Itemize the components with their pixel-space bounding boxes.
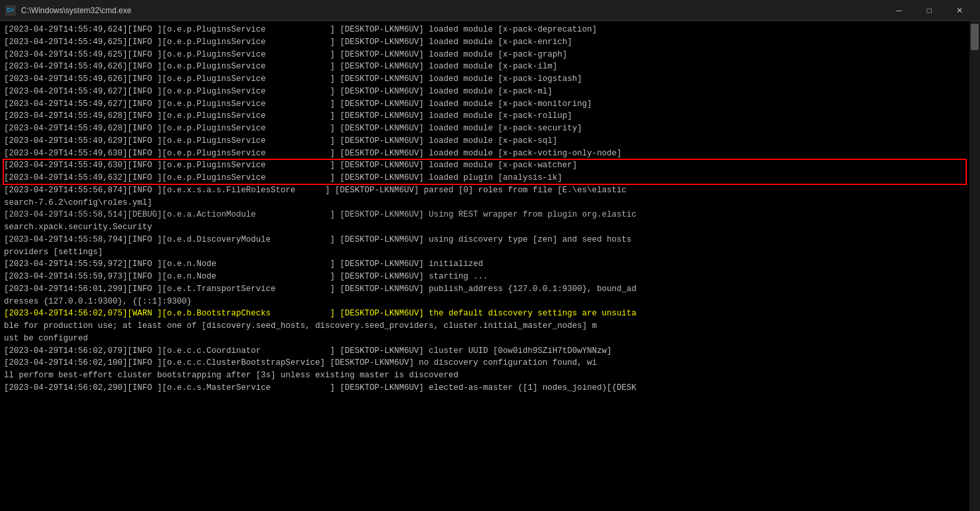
- log-line: [2023-04-29T14:55:58,514][DEBUG][o.e.a.A…: [4, 209, 966, 221]
- log-line: [2023-04-29T14:55:49,625][INFO ][o.e.p.P…: [4, 36, 966, 49]
- log-line: providers [settings]: [4, 246, 966, 259]
- log-line: search.xpack.security.Security: [4, 221, 966, 234]
- log-line: [2023-04-29T14:55:49,628][INFO ][o.e.p.P…: [4, 110, 966, 122]
- cmd-icon: C>: [5, 5, 16, 16]
- terminal-body: [2023-04-29T14:55:49,624][INFO ][o.e.p.P…: [0, 21, 980, 511]
- window-controls: ─ □ ✕: [884, 0, 975, 21]
- log-line: [2023-04-29T14:55:49,630][INFO ][o.e.p.P…: [4, 159, 966, 172]
- terminal-content[interactable]: [2023-04-29T14:55:49,624][INFO ][o.e.p.P…: [0, 21, 969, 511]
- log-line: [2023-04-29T14:55:58,794][INFO ][o.e.d.D…: [4, 234, 966, 246]
- title-bar: C> C:\Windows\system32\cmd.exe ─ □ ✕: [0, 0, 980, 21]
- log-line: [2023-04-29T14:55:56,874][INFO ][o.e.x.s…: [4, 184, 966, 197]
- log-line: ll perform best-effort cluster bootstrap…: [4, 369, 966, 382]
- maximize-button[interactable]: □: [914, 0, 944, 21]
- log-line: dresses {127.0.0.1:9300}, {[::1]:9300}: [4, 296, 966, 308]
- log-line: [2023-04-29T14:55:49,626][INFO ][o.e.p.P…: [4, 73, 966, 86]
- log-line: search-7.6.2\config\roles.yml]: [4, 197, 966, 209]
- log-line: [2023-04-29T14:55:49,626][INFO ][o.e.p.P…: [4, 61, 966, 73]
- log-line: [2023-04-29T14:55:49,629][INFO ][o.e.p.P…: [4, 135, 966, 148]
- log-line: [2023-04-29T14:56:02,079][INFO ][o.e.c.c…: [4, 345, 966, 358]
- log-line: [2023-04-29T14:55:49,630][INFO ][o.e.p.P…: [4, 148, 966, 160]
- log-line: [2023-04-29T14:56:02,100][INFO ][o.e.c.c…: [4, 357, 966, 369]
- log-line: [2023-04-29T14:55:59,972][INFO ][o.e.n.N…: [4, 258, 966, 271]
- log-line: [2023-04-29T14:55:49,627][INFO ][o.e.p.P…: [4, 86, 966, 98]
- window-title: C:\Windows\system32\cmd.exe: [21, 6, 131, 15]
- log-line: ust be configured: [4, 333, 966, 345]
- title-bar-left: C> C:\Windows\system32\cmd.exe: [5, 5, 131, 16]
- log-line: [2023-04-29T14:56:02,290][INFO ][o.e.c.s…: [4, 382, 966, 394]
- log-line: [2023-04-29T14:55:49,625][INFO ][o.e.p.P…: [4, 49, 966, 61]
- scrollbar[interactable]: [969, 21, 980, 511]
- close-button[interactable]: ✕: [944, 0, 975, 21]
- log-line: [2023-04-29T14:55:49,627][INFO ][o.e.p.P…: [4, 98, 966, 111]
- log-line: [2023-04-29T14:55:49,628][INFO ][o.e.p.P…: [4, 122, 966, 135]
- cmd-window: C> C:\Windows\system32\cmd.exe ─ □ ✕ [20…: [0, 0, 980, 511]
- log-line: [2023-04-29T14:56:01,299][INFO ][o.e.t.T…: [4, 283, 966, 296]
- log-line: ble for production use; at least one of …: [4, 320, 966, 333]
- scrollbar-thumb[interactable]: [971, 24, 979, 50]
- minimize-button[interactable]: ─: [884, 0, 914, 21]
- log-line: [2023-04-29T14:55:49,632][INFO ][o.e.p.P…: [4, 172, 966, 184]
- log-line: [2023-04-29T14:55:49,624][INFO ][o.e.p.P…: [4, 24, 966, 36]
- log-line: [2023-04-29T14:55:59,973][INFO ][o.e.n.N…: [4, 271, 966, 283]
- log-line: [2023-04-29T14:56:02,075][WARN ][o.e.b.B…: [4, 308, 966, 320]
